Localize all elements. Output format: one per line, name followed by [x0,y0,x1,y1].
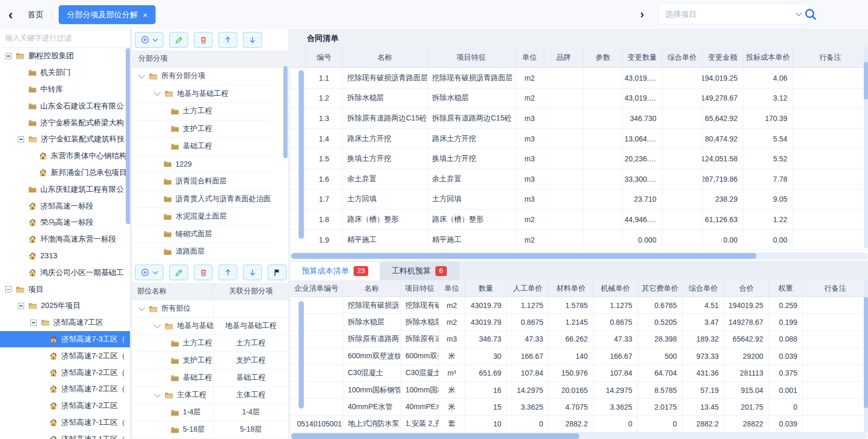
sidebar-item-2[interactable]: 中转库 [0,81,130,98]
budget-hscrollbar[interactable] [291,433,579,439]
sidebar-item-10[interactable]: 荣乌高速一标段 [0,214,130,231]
contract-row-5[interactable]: 1.6余土弃置余土弃置m333,300.…287,719.867.78 [290,169,868,190]
tab-active[interactable]: 分部分项及部位分解 × [59,5,156,24]
tree-expander-icon[interactable] [30,320,37,326]
division-item-5[interactable]: 1229 [132,156,271,173]
caret-down-icon[interactable] [154,322,161,328]
sidebar-item-18[interactable]: 济邹高速7-2工区（ [0,347,130,364]
budget-row-5[interactable]: 100mm国标钢管100mm国标米1614.297520.016514.2975… [290,382,868,399]
close-icon[interactable]: × [143,10,148,19]
contract-row-4[interactable]: 1.5换填土方开挖换填土方开挖m320,236.…124,051.585.52 [290,149,868,169]
sidebar-item-12[interactable]: 2313 [0,248,130,265]
budget-row-0[interactable]: 挖除现有破损沥挖除现有破m243019.791.12751.57851.1275… [290,297,868,314]
contract-row-1[interactable]: 1.2拆除水稳层拆除水稳层m243,019.…149,278.673.12 [290,89,868,109]
contract-row-8[interactable]: 1.9精平施工精平施工m20.0000.000.00 [290,230,868,250]
sidebar-item-13[interactable]: 鸿庆公司小区一期基础工 [0,264,130,281]
division-item-8[interactable]: 水泥混凝土面层 [132,208,271,226]
sidebar-item-19[interactable]: 济邹高速7-2工区（ [0,364,130,381]
budget-left-scrollbar[interactable] [299,301,304,409]
sidebar-item-11[interactable]: 环渤海高速东营一标段 [0,231,130,248]
tree-expander-icon[interactable] [5,286,12,292]
location-row-7[interactable]: 5-18层5-18层 [132,421,288,438]
expand-right-icon[interactable]: › [640,8,644,21]
sidebar-item-15[interactable]: 2025年项目 [0,298,130,314]
budget-vscrollbar[interactable] [864,297,868,408]
add-button[interactable] [135,32,163,48]
caret-down-icon[interactable] [138,304,145,311]
contract-row-0[interactable]: 1.1挖除现有破损沥青路面层挖除现有破损沥青路面层m243,019.…194,0… [290,68,868,89]
division-item-9[interactable]: 铺砌式面层 [132,226,271,244]
move-up-button[interactable] [218,265,237,280]
tab-budget-cost-list[interactable]: 预算成本清单 23 [290,262,380,280]
move-down-button[interactable] [243,32,262,48]
division-item-3[interactable]: 支护工程 [132,120,271,138]
project-select[interactable]: 选择项目 [659,4,809,24]
flag-button[interactable] [268,265,287,280]
division-item-0[interactable]: 所有分部分项 [132,68,271,85]
tree-expander-icon[interactable] [18,136,24,142]
sidebar-item-20[interactable]: 济邹高速7-2工区（ [0,381,130,398]
location-row-5[interactable]: 主体工程主体工程 [132,387,288,404]
division-item-2[interactable]: 土方工程 [132,103,271,120]
sidebar-item-21[interactable]: 济邹高速7-2工区 [0,398,130,414]
division-item-7[interactable]: 沥青贯入式与沥青表面处治面层 [132,191,271,208]
budget-row-6[interactable]: 40mmPE水管40mmPE水米153.36254.70753.36252.01… [290,399,868,415]
sidebar-item-16[interactable]: 济邹高速7工区 [0,314,130,331]
budget-row-1[interactable]: 拆除水稳层拆除水稳层m243019.790.86751.21450.86750.… [290,314,868,331]
contract-hscrollbar[interactable] [291,253,756,259]
division-item-6[interactable]: 沥青混合料面层 [132,173,271,191]
budget-tabbar: 预算成本清单 23 工料机预算 6 [290,262,868,280]
delete-button[interactable] [194,32,213,48]
add-button[interactable] [135,265,163,280]
contract-left-scrollbar[interactable] [299,70,304,239]
contract-row-6[interactable]: 1.7土方回填土方回填m323.710238.299.05 [290,190,868,210]
budget-row-7[interactable]: 05140105001地上式消防水泵1,安装 2,充套1002882.20028… [290,416,868,433]
sidebar-item-23[interactable]: 济邹高速7-1工区（ [0,431,130,439]
location-row-1[interactable]: 地基与基础工程地基与基础工程 [132,317,288,335]
edit-button[interactable] [169,265,188,280]
sidebar-item-9[interactable]: 济邹高速一标段 [0,197,130,214]
move-up-button[interactable] [218,32,237,48]
contract-vscrollbar[interactable] [864,62,868,100]
back-icon[interactable]: ‹ [8,8,13,21]
budget-row-3[interactable]: 600mm双壁波纹600mm双壁米30166.67140166.67500973… [290,348,868,365]
sidebar-scrollbar[interactable] [126,48,130,224]
tab-home[interactable]: 首页 [28,10,43,20]
sidebar-item-0[interactable]: 鹏程控股集团 [0,48,130,64]
location-row-6[interactable]: 1-4层1-4层 [132,404,288,421]
tree-expander-icon[interactable] [18,303,24,309]
sidebar-item-6[interactable]: 东营市奥体中心钢结构 [0,148,130,164]
sidebar-item-17[interactable]: 济邹高速7-3工区（ [0,331,130,348]
division-scrollbar[interactable] [283,66,288,158]
tree-expander-icon[interactable] [5,53,12,59]
division-item-10[interactable]: 道路面层 [132,243,271,261]
sidebar-filter-input[interactable]: 输入关键字进行过滤 [0,29,130,48]
location-row-3[interactable]: 支护工程支护工程 [132,352,288,369]
sidebar-item-1[interactable]: 机关部门 [0,64,130,81]
contract-row-2[interactable]: 1.3拆除原有道路两边C15砼拆除原有道路两边C15砼m3346.73065,6… [290,108,868,129]
contract-row-3[interactable]: 1.4路床土方开挖路床土方开挖m313,064.…80,474.925.54 [290,129,868,149]
caret-down-icon[interactable] [154,391,161,398]
location-row-0[interactable]: 所有部位 [132,300,288,317]
search-icon[interactable] [804,7,817,21]
division-item-1[interactable]: 地基与基础工程 [132,85,271,103]
caret-down-icon[interactable] [138,72,145,79]
division-item-4[interactable]: 基础工程 [132,138,271,156]
sidebar-item-22[interactable]: 济邹高速7-1工区（ [0,414,130,431]
sidebar-item-8[interactable]: 山东庆虹建筑工程有限公 [0,181,130,197]
budget-row-4[interactable]: C30混凝土C30混凝土m³651.69107.84150.976107.846… [290,365,868,382]
tab-labor-material-budget[interactable]: 工料机预算 6 [380,262,458,280]
sidebar-item-3[interactable]: 山东金石建设工程有限公 [0,97,130,114]
edit-button[interactable] [169,32,188,48]
location-row-4[interactable]: 基础工程基础工程 [132,369,288,387]
contract-row-7[interactable]: 1.8路床（槽）整形路床（槽）整形m244,946.…61,126.631.22 [290,210,868,230]
delete-button[interactable] [194,265,213,280]
move-down-button[interactable] [243,265,262,280]
sidebar-item-4[interactable]: 济宁金桥装配式桥梁大构 [0,114,130,131]
sidebar-item-5[interactable]: 济宁金虹装配式建筑科技 [0,131,130,148]
location-row-2[interactable]: 土方工程土方工程 [132,335,288,352]
sidebar-item-7[interactable]: 新邦涌金门总承包项目 [0,164,130,181]
sidebar-item-14[interactable]: 项目 [0,281,130,298]
caret-down-icon[interactable] [154,89,161,96]
budget-row-2[interactable]: 拆除原有道路两拆除原有道m3346.7347.3366.26247.3328.3… [290,331,868,348]
